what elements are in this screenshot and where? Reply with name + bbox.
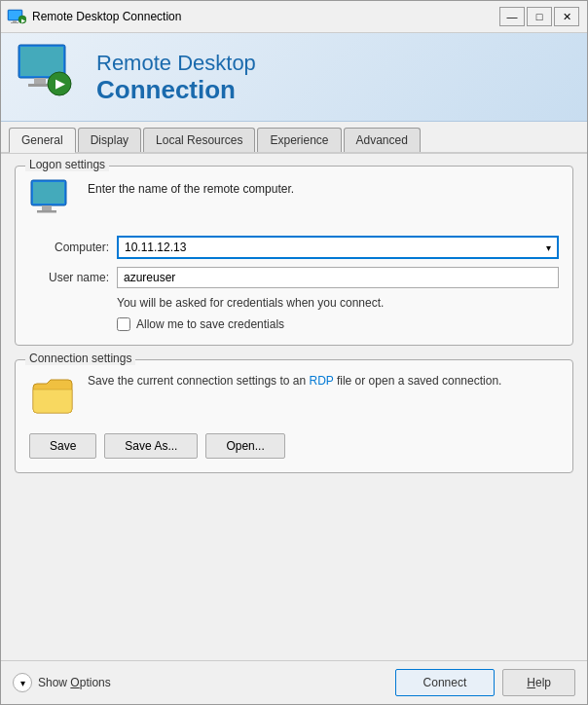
header-title-line2: Connection bbox=[96, 76, 256, 104]
logon-description: Enter the name of the remote computer. bbox=[88, 182, 294, 196]
logon-computer-icon bbox=[29, 178, 76, 224]
computer-row: Computer: ▾ bbox=[29, 236, 559, 259]
title-bar-text: Remote Desktop Connection bbox=[32, 10, 499, 23]
connection-settings-group: Connection settings Save the current con… bbox=[15, 359, 573, 473]
header-banner: ▶ Remote Desktop Connection bbox=[1, 33, 587, 122]
connection-settings-title: Connection settings bbox=[25, 352, 135, 365]
save-credentials-row: Allow me to save credentials bbox=[117, 317, 559, 331]
title-bar-controls: — □ ✕ bbox=[499, 7, 579, 26]
tab-bar: General Display Local Resources Experien… bbox=[1, 122, 587, 154]
save-button[interactable]: Save bbox=[29, 433, 96, 459]
svg-rect-15 bbox=[37, 210, 56, 213]
connection-desc-after-rdp: file or open a saved connection. bbox=[334, 374, 502, 388]
logon-header: Enter the name of the remote computer. bbox=[29, 178, 559, 224]
svg-rect-7 bbox=[20, 47, 63, 76]
folder-icon bbox=[29, 372, 76, 422]
maximize-button[interactable]: □ bbox=[527, 7, 552, 26]
svg-rect-8 bbox=[34, 78, 46, 84]
username-input-wrapper bbox=[117, 267, 559, 288]
tab-advanced[interactable]: Advanced bbox=[344, 128, 421, 152]
svg-rect-14 bbox=[42, 205, 52, 210]
monitor-icon: ▶ bbox=[17, 43, 75, 96]
show-options-chevron-icon: ▾ bbox=[13, 673, 32, 692]
close-button[interactable]: ✕ bbox=[554, 7, 579, 26]
help-button[interactable]: Help bbox=[502, 669, 575, 696]
save-as-button[interactable]: Save As... bbox=[104, 433, 198, 459]
connect-button[interactable]: Connect bbox=[395, 669, 496, 696]
computer-input-wrapper: ▾ bbox=[117, 236, 559, 259]
header-icon-area: ▶ bbox=[17, 43, 85, 111]
show-options-label: Show Options bbox=[38, 676, 111, 689]
tab-display[interactable]: Display bbox=[78, 128, 141, 152]
svg-rect-3 bbox=[11, 22, 18, 23]
open-button[interactable]: Open... bbox=[205, 433, 284, 459]
svg-rect-2 bbox=[13, 20, 17, 22]
save-credentials-checkbox[interactable] bbox=[117, 317, 130, 331]
show-options-area[interactable]: ▾ Show Options bbox=[13, 673, 395, 692]
connection-desc-before-rdp: Save the current connection settings to … bbox=[88, 374, 309, 388]
connection-buttons: Save Save As... Open... bbox=[29, 433, 559, 459]
tab-experience[interactable]: Experience bbox=[257, 128, 341, 152]
logon-settings-group: Logon settings Enter the name of the rem… bbox=[15, 166, 573, 346]
username-input[interactable] bbox=[117, 267, 559, 288]
title-bar-icon: ▶ bbox=[7, 7, 26, 26]
main-window: ▶ Remote Desktop Connection — □ ✕ ▶ Remo… bbox=[0, 0, 588, 705]
tab-local-resources[interactable]: Local Resources bbox=[143, 128, 255, 152]
footer: ▾ Show Options Connect Help bbox=[1, 660, 587, 704]
tab-general[interactable]: General bbox=[9, 128, 76, 153]
credentials-note: You will be asked for credentials when y… bbox=[117, 296, 559, 310]
connection-header: Save the current connection settings to … bbox=[29, 372, 559, 422]
username-row: User name: bbox=[29, 267, 559, 288]
footer-buttons: Connect Help bbox=[395, 669, 575, 696]
minimize-button[interactable]: — bbox=[499, 7, 525, 26]
title-bar: ▶ Remote Desktop Connection — □ ✕ bbox=[1, 1, 587, 33]
connection-description: Save the current connection settings to … bbox=[88, 372, 501, 390]
rdp-link: RDP bbox=[309, 374, 333, 388]
computer-input[interactable] bbox=[117, 236, 540, 259]
computer-label: Computer: bbox=[29, 241, 117, 254]
header-title-line1: Remote Desktop bbox=[96, 51, 256, 76]
content-area: Logon settings Enter the name of the rem… bbox=[1, 154, 587, 660]
logon-settings-title: Logon settings bbox=[25, 158, 109, 171]
save-credentials-label: Allow me to save credentials bbox=[136, 317, 284, 331]
computer-dropdown-button[interactable]: ▾ bbox=[540, 236, 559, 259]
svg-rect-13 bbox=[33, 182, 64, 204]
username-label: User name: bbox=[29, 271, 117, 284]
svg-text:▶: ▶ bbox=[55, 77, 65, 91]
header-title: Remote Desktop Connection bbox=[96, 51, 256, 104]
